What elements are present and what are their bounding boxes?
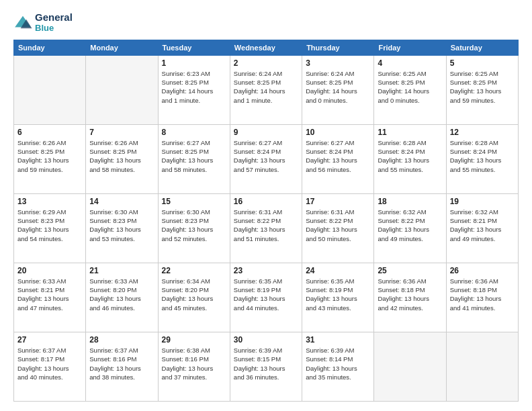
day-number: 21 [89, 266, 154, 275]
day-info: Sunrise: 6:32 AM Sunset: 8:21 PM Dayligh… [450, 208, 515, 243]
day-number: 15 [162, 197, 226, 206]
calendar-cell: 13Sunrise: 6:29 AM Sunset: 8:23 PM Dayli… [14, 193, 86, 263]
calendar-cell: 24Sunrise: 6:35 AM Sunset: 8:19 PM Dayli… [302, 263, 374, 332]
day-info: Sunrise: 6:26 AM Sunset: 8:25 PM Dayligh… [89, 138, 154, 174]
day-number: 24 [306, 266, 370, 275]
day-number: 3 [306, 58, 370, 68]
calendar-cell: 8Sunrise: 6:27 AM Sunset: 8:25 PM Daylig… [158, 124, 230, 193]
calendar-cell: 5Sunrise: 6:25 AM Sunset: 8:25 PM Daylig… [446, 55, 518, 124]
day-info: Sunrise: 6:37 AM Sunset: 8:16 PM Dayligh… [89, 346, 154, 381]
day-number: 7 [89, 128, 154, 137]
calendar-cell: 30Sunrise: 6:39 AM Sunset: 8:15 PM Dayli… [230, 332, 302, 401]
day-number: 5 [450, 58, 515, 68]
day-info: Sunrise: 6:28 AM Sunset: 8:24 PM Dayligh… [378, 138, 442, 174]
day-number: 6 [17, 128, 82, 137]
calendar-cell: 23Sunrise: 6:35 AM Sunset: 8:19 PM Dayli… [230, 263, 302, 332]
calendar-cell: 2Sunrise: 6:24 AM Sunset: 8:25 PM Daylig… [230, 55, 302, 124]
day-number: 18 [378, 197, 442, 206]
day-info: Sunrise: 6:32 AM Sunset: 8:22 PM Dayligh… [378, 208, 442, 243]
day-number: 14 [89, 197, 154, 206]
week-row-2: 6Sunrise: 6:26 AM Sunset: 8:25 PM Daylig… [14, 124, 519, 193]
day-info: Sunrise: 6:27 AM Sunset: 8:24 PM Dayligh… [306, 138, 370, 174]
calendar-cell: 7Sunrise: 6:26 AM Sunset: 8:25 PM Daylig… [86, 124, 158, 193]
page: General Blue SundayMondayTuesdayWednesda… [0, 0, 532, 411]
weekday-header-friday: Friday [374, 40, 446, 55]
day-info: Sunrise: 6:26 AM Sunset: 8:25 PM Dayligh… [17, 138, 82, 174]
calendar-table: SundayMondayTuesdayWednesdayThursdayFrid… [13, 40, 519, 402]
day-number: 1 [162, 58, 226, 68]
day-info: Sunrise: 6:24 AM Sunset: 8:25 PM Dayligh… [234, 69, 298, 105]
calendar-cell: 17Sunrise: 6:31 AM Sunset: 8:22 PM Dayli… [302, 193, 374, 263]
logo: General Blue [13, 12, 73, 33]
day-number: 16 [234, 197, 298, 206]
day-number: 30 [234, 335, 298, 345]
day-number: 17 [306, 197, 370, 206]
day-number: 19 [450, 197, 515, 206]
weekday-header-tuesday: Tuesday [158, 40, 230, 55]
week-row-4: 20Sunrise: 6:33 AM Sunset: 8:21 PM Dayli… [14, 263, 519, 332]
day-number: 25 [378, 266, 442, 275]
calendar-cell: 10Sunrise: 6:27 AM Sunset: 8:24 PM Dayli… [302, 124, 374, 193]
calendar-cell: 12Sunrise: 6:28 AM Sunset: 8:24 PM Dayli… [446, 124, 518, 193]
day-number: 12 [450, 128, 515, 137]
weekday-header-saturday: Saturday [446, 40, 518, 55]
day-number: 26 [450, 266, 515, 275]
weekday-header-sunday: Sunday [14, 40, 86, 55]
calendar-cell: 26Sunrise: 6:36 AM Sunset: 8:18 PM Dayli… [446, 263, 518, 332]
day-info: Sunrise: 6:30 AM Sunset: 8:23 PM Dayligh… [89, 208, 154, 243]
day-info: Sunrise: 6:39 AM Sunset: 8:14 PM Dayligh… [306, 346, 370, 381]
day-number: 20 [17, 266, 82, 275]
calendar-cell: 9Sunrise: 6:27 AM Sunset: 8:24 PM Daylig… [230, 124, 302, 193]
day-info: Sunrise: 6:27 AM Sunset: 8:25 PM Dayligh… [162, 138, 226, 174]
calendar-cell [446, 332, 518, 401]
day-number: 23 [234, 266, 298, 275]
day-info: Sunrise: 6:28 AM Sunset: 8:24 PM Dayligh… [450, 138, 515, 174]
day-info: Sunrise: 6:29 AM Sunset: 8:23 PM Dayligh… [17, 208, 82, 243]
day-info: Sunrise: 6:33 AM Sunset: 8:20 PM Dayligh… [89, 277, 154, 312]
calendar-cell: 14Sunrise: 6:30 AM Sunset: 8:23 PM Dayli… [86, 193, 158, 263]
calendar-cell: 16Sunrise: 6:31 AM Sunset: 8:22 PM Dayli… [230, 193, 302, 263]
calendar-cell: 3Sunrise: 6:24 AM Sunset: 8:25 PM Daylig… [302, 55, 374, 124]
calendar-cell: 15Sunrise: 6:30 AM Sunset: 8:23 PM Dayli… [158, 193, 230, 263]
day-number: 8 [162, 128, 226, 137]
day-info: Sunrise: 6:23 AM Sunset: 8:25 PM Dayligh… [162, 69, 226, 105]
calendar-cell [14, 55, 86, 124]
day-info: Sunrise: 6:33 AM Sunset: 8:21 PM Dayligh… [17, 277, 82, 312]
calendar-cell: 28Sunrise: 6:37 AM Sunset: 8:16 PM Dayli… [86, 332, 158, 401]
day-info: Sunrise: 6:30 AM Sunset: 8:23 PM Dayligh… [162, 208, 226, 243]
day-info: Sunrise: 6:38 AM Sunset: 8:16 PM Dayligh… [162, 346, 226, 381]
day-number: 2 [234, 58, 298, 68]
week-row-3: 13Sunrise: 6:29 AM Sunset: 8:23 PM Dayli… [14, 193, 519, 263]
weekday-header-thursday: Thursday [302, 40, 374, 55]
calendar-cell: 11Sunrise: 6:28 AM Sunset: 8:24 PM Dayli… [374, 124, 446, 193]
logo-icon [13, 15, 32, 30]
calendar-cell: 21Sunrise: 6:33 AM Sunset: 8:20 PM Dayli… [86, 263, 158, 332]
day-info: Sunrise: 6:36 AM Sunset: 8:18 PM Dayligh… [450, 277, 515, 312]
day-number: 11 [378, 128, 442, 137]
week-row-5: 27Sunrise: 6:37 AM Sunset: 8:17 PM Dayli… [14, 332, 519, 401]
day-number: 4 [378, 58, 442, 68]
day-info: Sunrise: 6:25 AM Sunset: 8:25 PM Dayligh… [450, 69, 515, 105]
logo-text: General Blue [35, 12, 73, 33]
day-number: 13 [17, 197, 82, 206]
day-info: Sunrise: 6:37 AM Sunset: 8:17 PM Dayligh… [17, 346, 82, 381]
day-number: 28 [89, 335, 154, 345]
weekday-header-wednesday: Wednesday [230, 40, 302, 55]
day-number: 31 [306, 335, 370, 345]
calendar-cell: 1Sunrise: 6:23 AM Sunset: 8:25 PM Daylig… [158, 55, 230, 124]
day-info: Sunrise: 6:27 AM Sunset: 8:24 PM Dayligh… [234, 138, 298, 174]
calendar-cell: 27Sunrise: 6:37 AM Sunset: 8:17 PM Dayli… [14, 332, 86, 401]
day-info: Sunrise: 6:35 AM Sunset: 8:19 PM Dayligh… [234, 277, 298, 312]
day-number: 9 [234, 128, 298, 137]
day-info: Sunrise: 6:34 AM Sunset: 8:20 PM Dayligh… [162, 277, 226, 312]
day-info: Sunrise: 6:25 AM Sunset: 8:25 PM Dayligh… [378, 69, 442, 105]
day-info: Sunrise: 6:31 AM Sunset: 8:22 PM Dayligh… [306, 208, 370, 243]
day-info: Sunrise: 6:35 AM Sunset: 8:19 PM Dayligh… [306, 277, 370, 312]
day-info: Sunrise: 6:39 AM Sunset: 8:15 PM Dayligh… [234, 346, 298, 381]
day-info: Sunrise: 6:24 AM Sunset: 8:25 PM Dayligh… [306, 69, 370, 105]
day-info: Sunrise: 6:31 AM Sunset: 8:22 PM Dayligh… [234, 208, 298, 243]
day-info: Sunrise: 6:36 AM Sunset: 8:18 PM Dayligh… [378, 277, 442, 312]
calendar-cell [374, 332, 446, 401]
calendar-cell: 31Sunrise: 6:39 AM Sunset: 8:14 PM Dayli… [302, 332, 374, 401]
header: General Blue [13, 12, 519, 33]
